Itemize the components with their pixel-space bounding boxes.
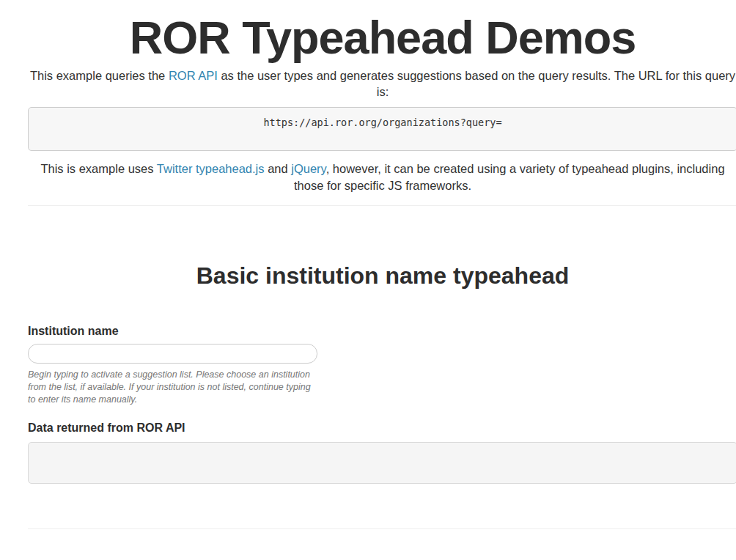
bottom-divider — [28, 528, 736, 529]
data-returned-label: Data returned from ROR API — [28, 421, 736, 434]
jquery-link[interactable]: jQuery — [291, 162, 325, 175]
page-title: ROR Typeahead Demos — [28, 13, 736, 62]
helper-text: Begin typing to activate a suggestion li… — [28, 369, 321, 406]
basic-typeahead-section: Basic institution name typeahead Institu… — [28, 262, 736, 484]
top-divider — [28, 205, 736, 206]
uses-paragraph: This is example uses Twitter typeahead.j… — [28, 161, 736, 194]
institution-name-input[interactable] — [28, 344, 317, 364]
helper-line: Begin typing to activate a suggestion li… — [28, 369, 321, 381]
uses-text-1: This is example uses — [40, 162, 156, 175]
section-title: Basic institution name typeahead — [28, 262, 736, 289]
api-url-text: https://api.ror.org/organizations?query= — [263, 117, 501, 128]
helper-line: from the list, if available. If your ins… — [28, 381, 321, 394]
institution-name-label: Institution name — [28, 325, 736, 337]
uses-text-3: , however, it can be created using a var… — [294, 162, 725, 192]
intro-text-after: as the user types and generates suggesti… — [218, 69, 735, 98]
ror-data-output-box — [28, 442, 736, 484]
intro-text-before: This example queries the — [30, 69, 169, 82]
uses-text-2: and — [265, 162, 292, 175]
intro-paragraph: This example queries the ROR API as the … — [28, 67, 736, 100]
twitter-typeahead-link[interactable]: Twitter typeahead.js — [157, 162, 265, 175]
api-url-code-block: https://api.ror.org/organizations?query= — [28, 107, 736, 151]
ror-api-link[interactable]: ROR API — [169, 69, 218, 82]
helper-line: to enter its name manually. — [28, 394, 321, 406]
page-container: ROR Typeahead Demos This example queries… — [28, 13, 736, 529]
